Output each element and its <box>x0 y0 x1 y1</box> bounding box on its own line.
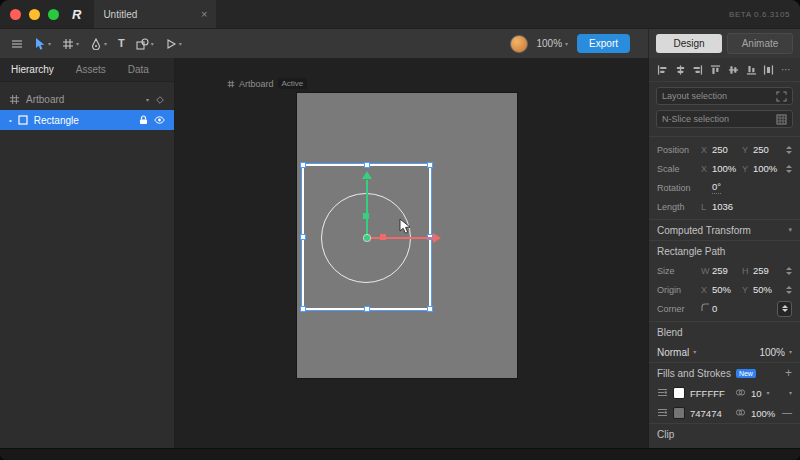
position-y-field[interactable]: 250 <box>753 144 783 155</box>
stroke-options-button[interactable]: ▾ <box>789 390 792 396</box>
close-tab-icon[interactable]: × <box>201 9 207 20</box>
rotation-field[interactable]: 0° <box>712 181 721 194</box>
size-h-field[interactable]: 259 <box>753 265 783 276</box>
fill-row[interactable]: 747474 100% — <box>649 403 800 423</box>
corner-field[interactable]: 0 <box>712 303 742 314</box>
selection-handle[interactable] <box>427 162 433 168</box>
scale-x-field[interactable]: 100% <box>712 163 742 174</box>
document-tab[interactable]: Untitled × <box>94 0 216 28</box>
shapes-tool-button[interactable]: ▾ <box>132 35 158 53</box>
tree-item-artboard[interactable]: Artboard ▾ <box>0 89 174 110</box>
stepper-icon[interactable] <box>786 267 792 275</box>
align-middle-vertical-icon[interactable] <box>728 64 739 76</box>
stroke-hex-field[interactable]: FFFFFF <box>690 388 730 399</box>
stroke-row[interactable]: FFFFFF 10 ▾ ▾ <box>649 383 800 403</box>
chevron-down-icon[interactable]: ▾ <box>48 41 51 47</box>
align-center-horizontal-icon[interactable] <box>675 64 686 76</box>
chevron-down-icon[interactable]: ▾ <box>179 41 182 47</box>
selection-handle[interactable] <box>364 162 370 168</box>
color-swatch[interactable] <box>673 407 685 419</box>
eye-icon[interactable] <box>154 116 165 124</box>
stepper-icon[interactable] <box>786 286 792 294</box>
gizmo-origin-handle[interactable] <box>364 235 370 241</box>
corner-stepper-button[interactable] <box>777 301 792 317</box>
chevron-down-icon[interactable]: ▾ <box>789 349 792 355</box>
size-w-field[interactable]: 259 <box>712 265 742 276</box>
gizmo-y-arrow[interactable] <box>362 171 372 179</box>
stepper-icon[interactable] <box>786 146 792 154</box>
scale-y-field[interactable]: 100% <box>753 163 783 174</box>
animate-mode-button[interactable]: Animate <box>727 33 793 54</box>
clip-header[interactable]: Clip <box>649 423 800 444</box>
play-tool-button[interactable]: ▾ <box>161 35 186 53</box>
artboard-label[interactable]: Artboard Active <box>227 78 307 89</box>
minimize-window-button[interactable] <box>29 9 40 20</box>
size-row: Size W 259 H 259 <box>649 261 800 280</box>
computed-transform-header[interactable]: Computed Transform ▾ <box>649 219 800 240</box>
fills-strokes-header[interactable]: Fills and Strokes New + <box>649 362 800 383</box>
origin-y-field[interactable]: 50% <box>753 284 783 295</box>
more-options-icon[interactable]: ⋯ <box>781 64 792 75</box>
rectangle-path-header[interactable]: Rectangle Path <box>649 240 800 261</box>
chevron-down-icon[interactable]: ▾ <box>76 41 79 47</box>
tag-icon[interactable] <box>155 95 165 105</box>
l-key: L <box>701 202 712 212</box>
gizmo-x-handle[interactable] <box>380 234 386 240</box>
color-swatch[interactable] <box>673 387 685 399</box>
position-x-field[interactable]: 250 <box>712 144 742 155</box>
align-bottom-icon[interactable] <box>746 64 757 76</box>
pen-tool-button[interactable]: ▾ <box>86 35 111 53</box>
stepper-icon[interactable] <box>786 165 792 173</box>
paint-settings-icon[interactable] <box>657 387 668 400</box>
main-menu-button[interactable] <box>7 35 27 53</box>
align-top-icon[interactable] <box>710 64 721 76</box>
fill-hex-field[interactable]: 747474 <box>690 408 730 419</box>
tree-item-rectangle[interactable]: • Rectangle <box>0 110 174 130</box>
blend-opacity-field[interactable]: 100% <box>759 347 785 358</box>
export-button[interactable]: Export <box>577 34 630 53</box>
chevron-down-icon[interactable]: ▾ <box>693 349 696 355</box>
canvas[interactable]: Artboard Active <box>175 58 648 448</box>
fill-opacity-field[interactable]: 100% <box>751 408 775 419</box>
nslice-selection-button[interactable]: N-Slice selection <box>656 110 793 128</box>
tab-hierarchy[interactable]: Hierarchy <box>0 58 65 81</box>
selection-handle[interactable] <box>300 162 306 168</box>
chevron-down-icon[interactable]: ▾ <box>146 97 149 103</box>
zoom-dropdown[interactable]: 100% ▾ <box>537 38 569 49</box>
artboard-tool-button[interactable]: ▾ <box>58 35 83 53</box>
remove-fill-button[interactable]: — <box>782 408 792 418</box>
origin-x-field[interactable]: 50% <box>712 284 742 295</box>
select-tool-button[interactable]: ▾ <box>30 34 55 54</box>
tab-assets[interactable]: Assets <box>65 58 117 81</box>
distribute-horizontal-icon[interactable] <box>763 64 774 76</box>
user-avatar[interactable] <box>510 35 528 53</box>
layout-selection-button[interactable]: Layout selection <box>656 87 793 105</box>
close-window-button[interactable] <box>10 9 21 20</box>
disclosure-dot-icon[interactable]: • <box>9 116 12 125</box>
chevron-down-icon[interactable]: ▾ <box>104 41 107 47</box>
gizmo-y-axis[interactable] <box>366 180 368 238</box>
gizmo-x-arrow[interactable] <box>433 233 441 243</box>
link-icon[interactable] <box>735 408 746 419</box>
length-field[interactable]: 1036 <box>712 201 742 212</box>
selection-handle[interactable] <box>300 306 306 312</box>
chevron-down-icon[interactable]: ▾ <box>151 41 154 47</box>
chevron-down-icon[interactable]: ▾ <box>767 390 770 396</box>
add-fill-icon[interactable]: + <box>785 367 792 379</box>
paint-settings-icon[interactable] <box>657 407 668 420</box>
selection-handle[interactable] <box>427 306 433 312</box>
selection-handle[interactable] <box>364 306 370 312</box>
text-tool-button[interactable]: T <box>114 35 129 52</box>
gizmo-y-handle[interactable] <box>363 213 369 219</box>
selection-handle[interactable] <box>300 234 306 240</box>
stroke-thickness-field[interactable]: 10 <box>751 388 762 399</box>
link-icon[interactable] <box>735 388 746 399</box>
align-right-icon[interactable] <box>692 64 703 76</box>
lock-icon[interactable] <box>139 115 148 125</box>
design-mode-button[interactable]: Design <box>656 34 722 53</box>
blend-mode-dropdown[interactable]: Normal <box>657 347 689 358</box>
align-left-icon[interactable] <box>657 64 668 76</box>
zoom-window-button[interactable] <box>48 9 59 20</box>
tab-data[interactable]: Data <box>117 58 160 81</box>
blend-header[interactable]: Blend <box>649 321 800 342</box>
